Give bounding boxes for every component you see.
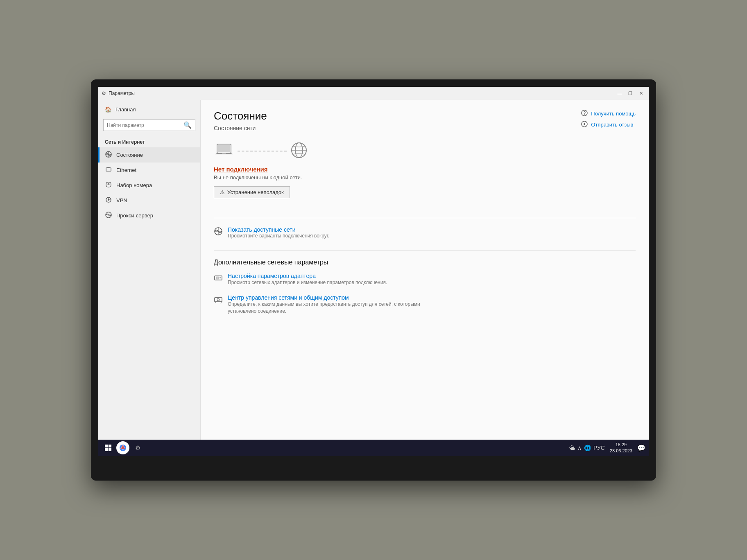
divider-1	[214, 218, 636, 218]
chat-icon[interactable]: 💬	[637, 444, 645, 452]
svg-rect-27	[216, 277, 219, 279]
network-center-text: Центр управления сетями и общим доступом…	[228, 294, 432, 315]
network-taskbar-icon: 🌐	[584, 445, 591, 451]
sidebar-section-title: Сеть и Интернет	[98, 134, 200, 147]
close-button[interactable]: ✕	[636, 89, 645, 98]
main-content: 🏠 Главная 🔍 Сеть и Интернет	[98, 100, 649, 440]
svg-rect-35	[109, 445, 111, 447]
sidebar-item-vpn-label: VPN	[116, 197, 127, 203]
divider-2	[214, 250, 636, 251]
feedback-icon	[581, 121, 588, 129]
sidebar-item-dialup[interactable]: Набор номера	[98, 178, 200, 193]
adapter-title[interactable]: Настройка параметров адаптера	[228, 273, 387, 279]
language-label: РУС	[593, 445, 605, 451]
adapter-desc: Просмотр сетевых адаптеров и изменение п…	[228, 279, 387, 286]
sidebar-item-ethernet[interactable]: Ethernet	[98, 163, 200, 178]
svg-point-16	[584, 123, 585, 125]
ethernet-icon	[105, 166, 112, 174]
taskbar-settings-button[interactable]: ⚙	[131, 441, 144, 454]
send-feedback-link[interactable]: Отправить отзыв	[581, 121, 636, 129]
troubleshoot-button[interactable]: ⚠ Устранение неполадок	[214, 186, 290, 198]
sidebar-item-dialup-label: Набор номера	[116, 182, 152, 188]
taskbar: ⚙ 🌥 ∧ 🌐 РУС 18:29 23.06.2023 💬	[98, 440, 649, 456]
window-controls: — ❐ ✕	[615, 89, 645, 98]
svg-rect-19	[222, 153, 226, 154]
cloud-icon: 🌥	[569, 445, 575, 451]
home-label: Главная	[115, 106, 136, 113]
no-connection-desc: Вы не подключены ни к одной сети.	[214, 174, 636, 181]
dialup-icon	[105, 181, 112, 189]
adapter-text: Настройка параметров адаптера Просмотр с…	[228, 273, 387, 286]
svg-text:?: ?	[584, 111, 586, 115]
network-center-title[interactable]: Центр управления сетями и общим доступом	[228, 294, 432, 301]
page-title: Состояние	[214, 110, 636, 122]
svg-point-31	[217, 298, 220, 301]
minimize-button[interactable]: —	[615, 89, 624, 98]
laptop-icon	[214, 142, 234, 160]
svg-point-8	[108, 199, 109, 201]
taskbar-datetime[interactable]: 18:29 23.06.2023	[610, 442, 632, 454]
taskbar-time: 18:29	[610, 442, 632, 448]
show-networks-text: Показать доступные сети Просмотрите вари…	[228, 226, 329, 239]
show-networks-link[interactable]: Показать доступные сети	[228, 226, 329, 233]
sidebar-item-status[interactable]: Состояние	[98, 147, 200, 163]
monitor: ⚙ Параметры — ❐ ✕ 🏠 Главная 🔍 Сеть и	[91, 79, 656, 481]
network-center-desc: Определите, к каким данным вы хотите пре…	[228, 301, 432, 315]
show-networks-desc: Просмотрите варианты подключения вокруг.	[228, 233, 329, 239]
svg-rect-36	[105, 448, 108, 451]
restore-button[interactable]: ❐	[626, 89, 635, 98]
proxy-icon	[105, 212, 112, 219]
network-center[interactable]: Центр управления сетями и общим доступом…	[214, 294, 636, 315]
adapter-settings[interactable]: Настройка параметров адаптера Просмотр с…	[214, 273, 636, 286]
app-icon: ⚙	[102, 90, 106, 96]
title-bar: ⚙ Параметры — ❐ ✕	[98, 87, 649, 100]
taskbar-date: 23.06.2023	[610, 448, 632, 454]
home-icon: 🏠	[105, 106, 111, 113]
chrome-button[interactable]	[116, 441, 129, 454]
sidebar: 🏠 Главная 🔍 Сеть и Интернет	[98, 100, 201, 440]
sidebar-item-status-label: Состояние	[116, 152, 143, 158]
warning-icon: ⚠	[220, 189, 225, 195]
no-connection-title[interactable]: Нет подключения	[214, 166, 636, 173]
globe-icon	[290, 141, 308, 161]
network-center-icon	[214, 295, 223, 306]
taskbar-right: 🌥 ∧ 🌐 РУС 18:29 23.06.2023 💬	[569, 442, 645, 454]
question-icon: ?	[581, 110, 588, 117]
taskbar-icons: 🌥 ∧ 🌐 РУС	[569, 445, 605, 451]
status-icon	[105, 151, 112, 159]
svg-rect-34	[105, 445, 108, 447]
help-links: ? Получить помощь Отправить отзыв	[581, 110, 636, 129]
right-panel: ? Получить помощь Отправить отзыв	[201, 100, 649, 440]
connection-line	[238, 151, 287, 151]
network-diagram	[214, 141, 636, 161]
window-title: Параметры	[109, 90, 615, 96]
sidebar-home[interactable]: 🏠 Главная	[98, 103, 200, 116]
network-status-title: Состояние сети	[214, 125, 636, 131]
adapter-icon	[214, 273, 223, 285]
search-input[interactable]	[107, 122, 181, 128]
networks-icon	[214, 227, 223, 238]
search-box: 🔍	[103, 119, 195, 131]
get-help-link[interactable]: ? Получить помощь	[581, 110, 636, 117]
chevron-up-icon[interactable]: ∧	[577, 445, 582, 451]
svg-rect-18	[218, 145, 230, 152]
additional-settings-heading: Дополнительные сетевые параметры	[214, 259, 636, 266]
show-networks[interactable]: Показать доступные сети Просмотрите вари…	[214, 226, 636, 239]
vpn-icon	[105, 196, 112, 204]
sidebar-item-vpn[interactable]: VPN	[98, 193, 200, 208]
start-button[interactable]	[102, 441, 115, 454]
sidebar-item-ethernet-label: Ethernet	[116, 167, 136, 173]
svg-rect-3	[106, 168, 111, 171]
svg-rect-37	[109, 448, 111, 451]
search-icon: 🔍	[183, 121, 192, 129]
screen: ⚙ Параметры — ❐ ✕ 🏠 Главная 🔍 Сеть и	[98, 87, 649, 456]
sidebar-item-proxy[interactable]: Прокси-сервер	[98, 208, 200, 223]
sidebar-item-proxy-label: Прокси-сервер	[116, 212, 153, 219]
